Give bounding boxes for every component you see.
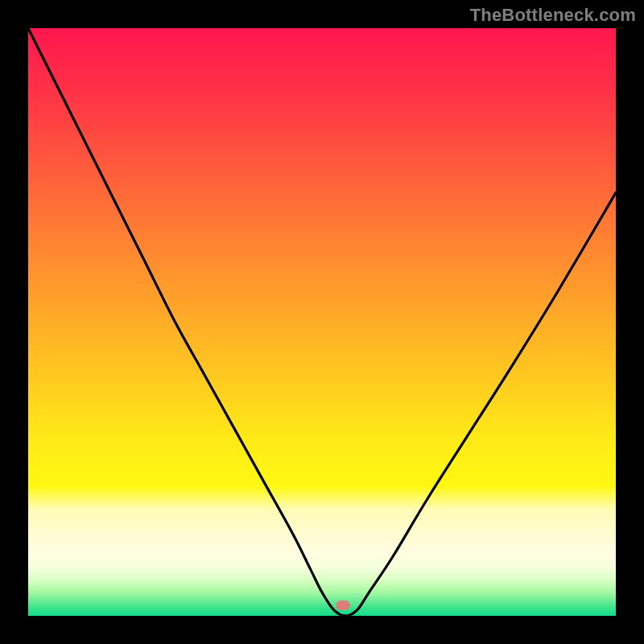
curve-path bbox=[28, 28, 616, 616]
plot-area bbox=[28, 28, 616, 616]
bottleneck-curve bbox=[28, 28, 616, 616]
watermark-text: TheBottleneck.com bbox=[470, 5, 636, 26]
optimum-marker bbox=[336, 601, 350, 610]
chart-frame: TheBottleneck.com bbox=[0, 0, 644, 644]
